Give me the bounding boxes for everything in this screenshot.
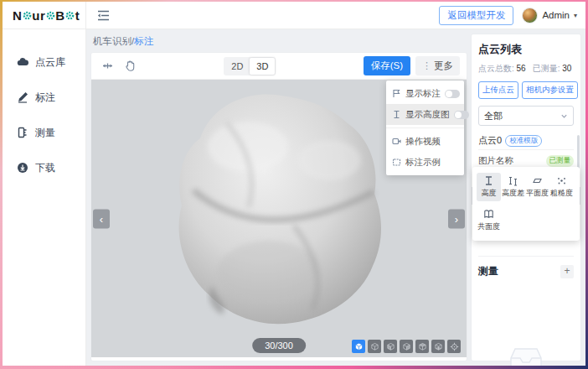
total-label: 点云总数 <box>478 64 512 73</box>
logo-letter: N <box>13 8 22 23</box>
video-icon <box>392 137 401 146</box>
coplanarity-tool-icon <box>483 209 494 220</box>
breadcrumb: 机车识别/标注 <box>93 35 467 48</box>
gear-icon <box>46 11 55 20</box>
measured-value: 30 <box>562 64 571 73</box>
logo-letter: t <box>75 8 80 23</box>
user-name: Admin <box>542 10 570 20</box>
logo-letter: ur <box>32 8 45 23</box>
menu-item-tutorial-video[interactable]: 操作视频 <box>386 131 464 152</box>
tool-flatness[interactable]: 平面度 <box>525 173 549 201</box>
calibration-template-badge: 校准模版 <box>505 135 542 147</box>
toolbar-right: 保存(S) ⋮更多 <box>364 56 460 75</box>
sidebar-item-pointcloud-library[interactable]: 点云库 <box>3 48 85 76</box>
back-to-model-dev-button[interactable]: 返回模型开发 <box>439 6 513 25</box>
menu-item-annotation-example[interactable]: 标注示例 <box>386 152 464 173</box>
content-area: 机车识别/标注 2D 3D 保存(S) <box>86 29 585 366</box>
camera-intrinsics-button[interactable]: 相机内参设置 <box>522 81 578 99</box>
show-heightmap-toggle[interactable] <box>454 111 469 119</box>
user-menu[interactable]: Admin ▾ <box>522 8 577 23</box>
sidebar-item-label: 测量 <box>35 126 55 140</box>
measure-tool-popup: 高度 高度差 平面度 粗糙度 <box>472 167 580 241</box>
cube-icon <box>386 342 395 351</box>
panel-title: 点云列表 <box>478 42 574 57</box>
avatar <box>522 8 538 23</box>
status-badge-measured: 已测量 <box>546 155 575 167</box>
cube-view-back-button[interactable] <box>415 340 429 353</box>
top-bar: 返回模型开发 Admin ▾ <box>86 2 585 29</box>
flag-icon <box>392 89 401 98</box>
menu-item-show-heightmap[interactable]: 显示高度图 <box>386 104 464 125</box>
more-dropdown-menu: 显示标注 显示高度图 操作视频 <box>386 81 464 175</box>
sidebar-item-annotate[interactable]: 标注 <box>3 83 85 112</box>
tool-height[interactable]: 高度 <box>477 173 501 201</box>
workspace-column: 机车识别/标注 2D 3D 保存(S) <box>91 34 467 361</box>
height-tool-icon <box>483 175 494 186</box>
save-button[interactable]: 保存(S) <box>364 56 410 75</box>
total-value: 56 <box>517 64 526 73</box>
panel-stats: 点云总数: 56 已测量: 30 <box>478 63 574 75</box>
pointcloud-list-panel: 点云列表 点云总数: 56 已测量: 30 上传点云 相机内参设置 全部 点云0… <box>472 34 580 361</box>
move-tool-icon[interactable] <box>101 60 114 72</box>
empty-state: 暂无测量 <box>478 344 574 366</box>
pen-icon <box>17 91 28 103</box>
tool-height-difference[interactable]: 高度差 <box>501 173 525 201</box>
logo-text: NurBt <box>13 8 80 23</box>
crosshair-icon <box>450 342 459 351</box>
mode-2d-button[interactable]: 2D <box>224 58 250 75</box>
logo-letter: B <box>55 8 64 23</box>
sidebar-item-label: 下载 <box>35 161 55 175</box>
cube-view-front-button[interactable] <box>352 340 365 353</box>
recenter-crosshair-button[interactable] <box>447 340 461 353</box>
pointcloud-name: 点云0 <box>478 134 502 147</box>
caret-down-icon: ▾ <box>574 12 577 19</box>
sidebar-item-measure[interactable]: 测量 <box>3 118 85 147</box>
more-button[interactable]: ⋮更多 <box>415 56 460 75</box>
frame-icon <box>392 158 401 167</box>
pointcloud-group-row[interactable]: 点云0 校准模版 <box>478 132 574 150</box>
sidebar-item-download[interactable]: 下载 <box>3 153 85 182</box>
menu-fold-icon[interactable] <box>97 10 110 21</box>
add-measure-button[interactable]: + <box>560 265 574 278</box>
hand-pan-icon[interactable] <box>124 60 137 72</box>
viewer-card: 2D 3D 保存(S) ⋮更多 显示标注 <box>91 53 467 361</box>
cube-icon <box>434 342 443 351</box>
cube-view-left-button[interactable] <box>384 340 397 353</box>
sidebar: NurBt 点云库 标注 测量 下载 <box>3 2 86 366</box>
flatness-tool-icon <box>532 175 543 186</box>
app-logo: NurBt <box>3 2 85 29</box>
cube-view-top-button[interactable] <box>368 340 381 353</box>
height-diff-tool-icon <box>508 175 518 186</box>
cube-icon <box>354 342 364 351</box>
gear-icon <box>23 11 32 20</box>
view-cube-buttons <box>352 340 461 353</box>
previous-arrow-button[interactable]: ‹ <box>93 209 110 228</box>
breadcrumb-parent[interactable]: 机车识别 <box>93 36 132 46</box>
panel-actions: 上传点云 相机内参设置 <box>478 81 574 99</box>
measure-section-title: 测量 <box>478 264 498 278</box>
mode-3d-button[interactable]: 3D <box>250 58 275 75</box>
pagination-indicator: 30/300 <box>252 338 306 353</box>
show-annotation-toggle[interactable] <box>445 90 460 98</box>
measure-section-header: 测量 + <box>478 256 574 278</box>
view-mode-segmented-control: 2D 3D <box>224 57 276 75</box>
filter-select[interactable]: 全部 <box>478 106 574 126</box>
viewer-toolbar: 2D 3D 保存(S) ⋮更多 <box>91 53 467 80</box>
empty-box-icon <box>507 344 545 366</box>
height-icon <box>392 110 401 119</box>
menu-item-show-annotation[interactable]: 显示标注 <box>386 83 464 104</box>
filter-select-value: 全部 <box>484 110 503 122</box>
roughness-tool-icon <box>556 175 567 186</box>
cube-view-right-button[interactable] <box>400 340 413 353</box>
cloud-icon <box>17 56 28 68</box>
tool-roughness[interactable]: 粗糙度 <box>549 173 574 201</box>
main-area: 返回模型开发 Admin ▾ 机车识别/标注 <box>86 2 585 366</box>
point-cloud-model-tooth[interactable] <box>168 90 395 333</box>
next-arrow-button[interactable]: › <box>448 209 465 228</box>
sidebar-item-label: 点云库 <box>35 55 65 70</box>
gear-icon <box>65 11 75 20</box>
upload-pointcloud-button[interactable]: 上传点云 <box>478 81 518 99</box>
screenshot-frame: NurBt 点云库 标注 测量 下载 <box>0 0 588 369</box>
cube-view-bottom-button[interactable] <box>431 340 445 353</box>
tool-coplanarity[interactable]: 共面度 <box>477 206 501 235</box>
